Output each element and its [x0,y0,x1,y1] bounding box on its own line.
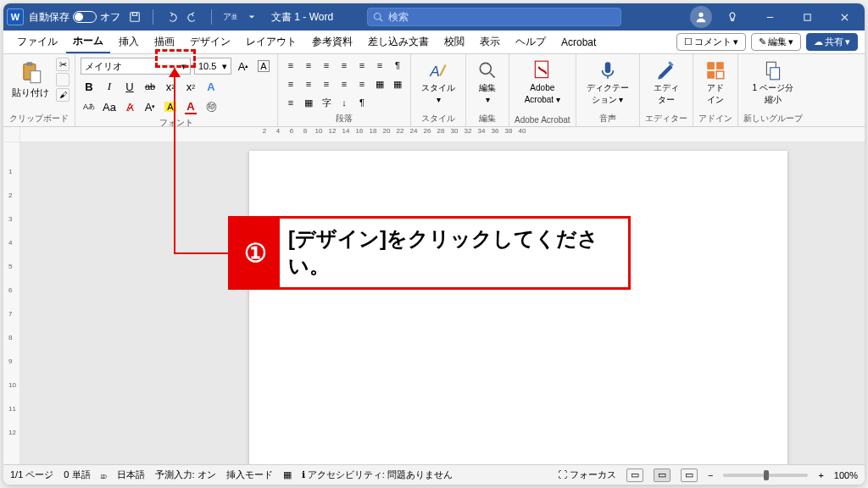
tab-review[interactable]: 校閲 [437,31,471,53]
account-icon[interactable] [690,6,712,28]
enclose-char-icon[interactable]: ㊞ [203,98,220,115]
web-layout-icon[interactable]: ▭ [681,469,698,482]
autosave-toggle[interactable]: 自動保存 オフ [29,10,120,25]
line-spacing-icon[interactable]: ≡ [354,76,370,92]
status-lang[interactable]: 日本語 [117,469,145,481]
copy-icon[interactable] [56,73,70,86]
zoom-out-button[interactable]: − [708,470,713,480]
editing-mode-button[interactable]: ✎ 編集 ▾ [751,33,801,51]
close-button[interactable] [827,4,861,30]
comments-button[interactable]: ☐ コメント ▾ [676,33,746,51]
distribute-icon[interactable]: ≡ [283,95,298,110]
read-mode-icon[interactable]: ▭ [626,469,643,482]
qat-dropdown-icon[interactable] [244,9,259,25]
sort-asc-icon[interactable]: ↓ [337,95,352,110]
styles-button[interactable]: A スタイル▾ [416,58,460,107]
page[interactable] [249,151,787,464]
cut-icon[interactable]: ✂ [56,58,70,71]
tab-file[interactable]: ファイル [10,31,64,53]
decrease-indent-icon[interactable]: ≡ [337,58,352,73]
callout-number: ① [231,219,280,287]
qat-item-icon[interactable]: ア亜 [222,9,237,25]
tab-design[interactable]: デザイン [183,31,237,53]
subscript-button[interactable]: x2 [162,78,179,95]
tab-draw[interactable]: 描画 [147,31,181,53]
status-insert[interactable]: 挿入モード [226,469,273,481]
paste-button[interactable]: 貼り付け [8,58,53,102]
shrink-font-icon[interactable]: A▾ [142,98,159,115]
tab-acrobat[interactable]: Acrobat [554,33,603,52]
status-focus[interactable]: ⛶ フォーカス [558,469,616,481]
status-macro-icon[interactable]: ▦ [283,469,292,480]
character-border-icon[interactable]: A [255,58,272,75]
editor-icon [655,59,677,81]
show-marks-icon[interactable]: ¶ [390,58,405,73]
borders-icon[interactable]: ▦ [390,76,405,92]
editing-button[interactable]: 編集▾ [471,58,504,107]
font-size-select[interactable]: 10.5▾ [194,58,231,75]
underline-button[interactable]: U [121,78,138,95]
dictation-button[interactable]: ディクテーション ▾ [581,58,634,107]
svg-rect-1 [132,13,136,16]
show-all-icon[interactable]: ¶ [354,95,370,110]
svg-rect-14 [707,71,715,79]
multilevel-icon[interactable]: ≡ [319,58,334,73]
shrink-page-icon [762,59,784,81]
highlight-button[interactable]: A [162,98,179,115]
increase-indent-icon[interactable]: ≡ [354,58,370,73]
bullets-icon[interactable]: ≡ [283,58,298,73]
share-button[interactable]: ☁ 共有 ▾ [806,33,858,51]
font-color-button[interactable]: A [182,98,199,115]
phonetic-guide-icon[interactable]: Aあ [81,98,97,115]
document-area[interactable]: 123456789101112 [3,142,865,464]
save-icon[interactable] [127,9,142,25]
tab-insert[interactable]: 挿入 [112,31,146,53]
justify-icon[interactable]: ≡ [337,76,352,92]
sort-icon[interactable]: ≡ [372,58,387,73]
superscript-button[interactable]: x2 [182,78,199,95]
italic-button[interactable]: I [101,78,118,95]
align-right-icon[interactable]: ≡ [319,76,334,92]
tab-help[interactable]: ヘルプ [509,31,553,53]
status-words[interactable]: 0 単語 [64,469,90,481]
redo-icon[interactable] [186,9,201,25]
status-proofing-icon[interactable]: ⎄ [101,470,107,480]
clear-format-icon[interactable]: A̷ [121,98,138,115]
status-predict[interactable]: 予測入力: オン [155,469,216,481]
grow-font-icon[interactable]: A▴ [235,58,252,75]
status-page[interactable]: 1/1 ページ [10,469,53,481]
undo-icon[interactable] [164,9,179,25]
tab-home[interactable]: ホーム [66,30,110,53]
search-input[interactable]: 検索 [367,8,621,26]
shading-icon[interactable]: ▦ [372,76,387,92]
acrobat-button[interactable]: AdobeAcrobat ▾ [515,58,570,107]
minimize-button[interactable] [753,4,787,30]
tab-references[interactable]: 参考資料 [305,31,359,53]
shrink-page-button[interactable]: 1 ページ分縮小 [743,58,803,107]
ribbon-tabs: ファイル ホーム 挿入 描画 デザイン レイアウト 参考資料 差し込み文書 校閲… [3,30,865,54]
asian-layout-icon[interactable]: 字 [319,95,334,110]
align-center-icon[interactable]: ≡ [301,76,316,92]
svg-rect-0 [131,13,140,22]
editor-button[interactable]: エディター [645,58,687,107]
format-painter-icon[interactable]: 🖌 [56,88,70,102]
strikethrough-button[interactable]: ab [142,78,159,95]
tab-view[interactable]: 表示 [473,31,507,53]
zoom-slider[interactable] [723,474,808,477]
lightbulb-icon[interactable] [715,4,749,30]
status-accessibility[interactable]: ℹ アクセシビリティ: 問題ありません [302,469,453,481]
autosave-state: オフ [100,10,120,25]
print-layout-icon[interactable]: ▭ [654,469,670,482]
change-case-icon[interactable]: Aa [101,98,118,115]
numbering-icon[interactable]: ≡ [301,58,316,73]
addin-button[interactable]: アドイン [698,58,732,107]
zoom-level[interactable]: 100% [834,470,858,480]
text-effects-button[interactable]: A [203,78,220,95]
bold-button[interactable]: B [81,78,97,95]
maximize-button[interactable] [790,4,824,30]
zoom-in-button[interactable]: + [818,470,823,480]
char-shading-icon[interactable]: ▦ [301,95,316,110]
align-left-icon[interactable]: ≡ [283,76,298,92]
tab-mailings[interactable]: 差し込み文書 [361,31,436,53]
tab-layout[interactable]: レイアウト [239,31,303,53]
